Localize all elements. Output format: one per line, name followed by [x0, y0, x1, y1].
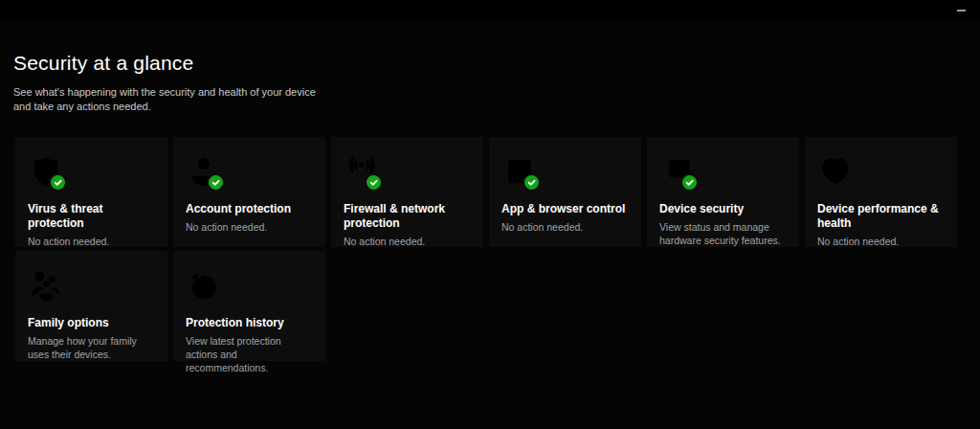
family-icon	[28, 267, 64, 304]
card-virus-and-threat-protection[interactable]: Virus & threat protection No action need…	[15, 137, 167, 247]
status-ok-badge	[365, 173, 383, 192]
card-title: App & browser control	[501, 202, 629, 216]
card-title: Device security	[659, 202, 787, 216]
card-description: Manage how your family uses their device…	[28, 334, 155, 361]
card-title: Account protection	[186, 202, 313, 216]
window-titlebar	[0, 0, 980, 21]
card-description: No action needed.	[501, 220, 629, 234]
card-title: Firewall & network protection	[344, 202, 471, 231]
page-subtitle-line1: See what's happening with the security a…	[13, 85, 316, 100]
card-title: Virus & threat protection	[28, 202, 155, 231]
card-account-protection[interactable]: Account protection No action needed.	[173, 137, 325, 247]
card-title: Family options	[28, 316, 155, 330]
card-description: View status and manage hardware security…	[659, 220, 787, 247]
card-description: No action needed.	[186, 220, 313, 234]
card-device-security[interactable]: Device security View status and manage h…	[647, 137, 799, 247]
status-ok-badge	[207, 173, 225, 192]
card-firewall-and-network-protection[interactable]: Firewall & network protection No action …	[331, 137, 483, 247]
history-icon	[186, 267, 222, 304]
card-title: Device performance & health	[817, 202, 945, 231]
card-description: No action needed.	[28, 235, 155, 248]
page-header: Security at a glance See what's happenin…	[13, 52, 316, 114]
card-description: No action needed.	[817, 235, 945, 248]
card-family-options[interactable]: Family options Manage how your family us…	[15, 251, 167, 361]
card-description: View latest protection actions and recom…	[186, 334, 313, 374]
card-protection-history[interactable]: Protection history View latest protectio…	[173, 251, 325, 361]
card-description: No action needed.	[344, 235, 471, 248]
security-cards-grid: Virus & threat protection No action need…	[15, 137, 957, 361]
page-subtitle: See what's happening with the security a…	[13, 85, 316, 114]
minimize-button[interactable]	[942, 0, 980, 21]
page-title: Security at a glance	[13, 52, 316, 75]
card-app-and-browser-control[interactable]: App & browser control No action needed.	[489, 137, 641, 247]
card-title: Protection history	[186, 316, 313, 330]
status-ok-badge	[49, 173, 67, 192]
page-subtitle-line2: and take any actions needed.	[13, 100, 316, 114]
status-ok-badge	[680, 173, 699, 192]
health-icon	[817, 153, 854, 190]
minimize-icon	[957, 10, 966, 11]
card-device-performance-and-health[interactable]: Device performance & health No action ne…	[805, 137, 957, 247]
status-ok-badge	[523, 173, 541, 192]
